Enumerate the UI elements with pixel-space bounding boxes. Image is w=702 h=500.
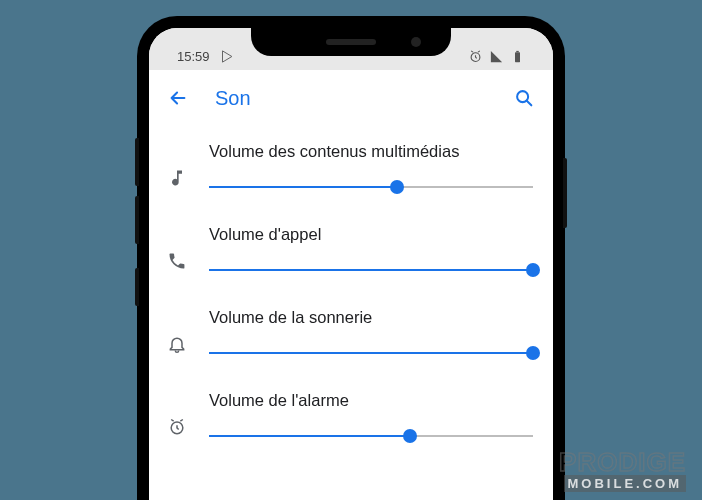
- slider-row-call: Volume d'appel: [149, 209, 553, 292]
- front-camera: [411, 37, 421, 47]
- alarm-volume-slider[interactable]: [209, 428, 533, 444]
- slider-row-media: Volume des contenus multimédias: [149, 126, 553, 209]
- slider-fill: [209, 352, 533, 354]
- ring-volume-slider[interactable]: [209, 345, 533, 361]
- alarm-icon: [468, 49, 483, 64]
- slider-fill: [209, 186, 397, 188]
- screen: 15:59 Son Volume des contenus multimédia…: [149, 28, 553, 500]
- play-store-icon: [220, 49, 235, 64]
- svg-rect-2: [516, 51, 519, 52]
- phone-icon: [167, 251, 187, 271]
- slider-label: Volume de la sonnerie: [209, 308, 533, 327]
- signal-icon: [489, 49, 504, 64]
- volume-down-button: [135, 196, 139, 244]
- slider-label: Volume d'appel: [209, 225, 533, 244]
- back-arrow-icon[interactable]: [167, 87, 189, 109]
- watermark-site: MOBILE.COM: [564, 475, 687, 492]
- watermark: PRODIGE MOBILE.COM: [559, 451, 686, 492]
- notch: [251, 28, 451, 56]
- slider-fill: [209, 435, 410, 437]
- slider-thumb[interactable]: [390, 180, 404, 194]
- bell-icon: [167, 334, 187, 354]
- phone-frame: 15:59 Son Volume des contenus multimédia…: [139, 18, 563, 500]
- side-button: [135, 268, 139, 306]
- status-time: 15:59: [177, 49, 210, 64]
- settings-content: Volume des contenus multimédias Volume d…: [149, 126, 553, 458]
- action-bar: Son: [149, 70, 553, 126]
- call-volume-slider[interactable]: [209, 262, 533, 278]
- media-volume-slider[interactable]: [209, 179, 533, 195]
- slider-thumb[interactable]: [526, 346, 540, 360]
- music-note-icon: [167, 168, 187, 188]
- watermark-brand: PRODIGE: [559, 451, 686, 474]
- slider-row-ring: Volume de la sonnerie: [149, 292, 553, 375]
- slider-label: Volume de l'alarme: [209, 391, 533, 410]
- slider-thumb[interactable]: [526, 263, 540, 277]
- slider-fill: [209, 269, 533, 271]
- slider-row-alarm: Volume de l'alarme: [149, 375, 553, 458]
- volume-up-button: [135, 138, 139, 186]
- speaker-grille: [326, 39, 376, 45]
- slider-thumb[interactable]: [403, 429, 417, 443]
- battery-icon: [510, 49, 525, 64]
- search-icon[interactable]: [513, 87, 535, 109]
- page-title: Son: [215, 87, 487, 110]
- svg-rect-1: [515, 52, 520, 62]
- slider-label: Volume des contenus multimédias: [209, 142, 533, 161]
- alarm-clock-icon: [167, 417, 187, 437]
- power-button: [563, 158, 567, 228]
